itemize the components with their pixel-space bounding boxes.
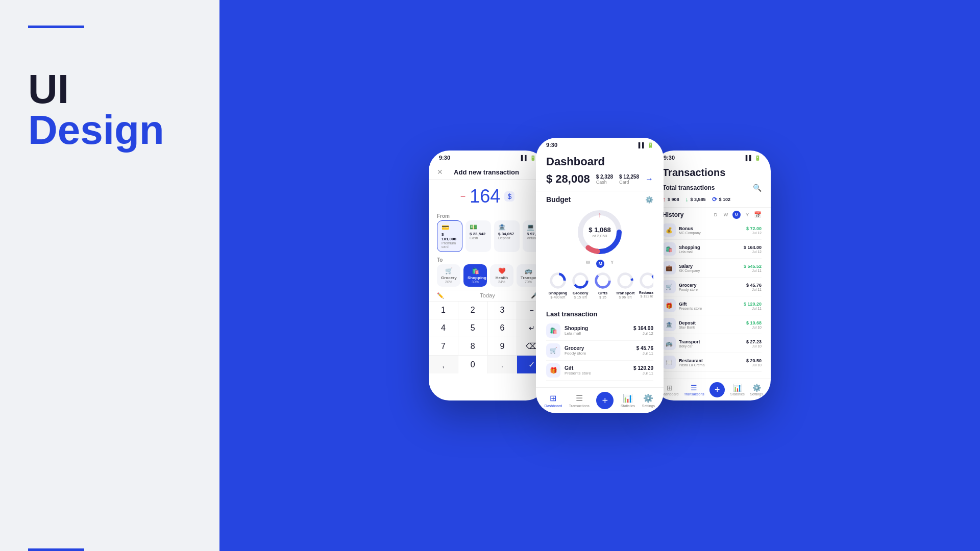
design-label: Design (28, 110, 191, 151)
last-tx-label: Last transaction (546, 310, 653, 318)
key-0[interactable]: 0 (458, 356, 487, 373)
p3-transactions-label: Transactions (684, 392, 704, 396)
p3-nav-statistics[interactable]: 📊 Statistics (730, 384, 745, 396)
minus-button[interactable]: − (460, 191, 466, 202)
total-tx-header: Total transactions 🔍 (653, 182, 771, 194)
period-y[interactable]: Y (610, 260, 614, 268)
history-label: History (663, 211, 683, 218)
shopping-date: Jul 12 (744, 250, 762, 254)
currency-button[interactable]: $ (504, 191, 514, 202)
tx-gift-sub: Presents store (565, 371, 591, 375)
budget-header: Budget ⚙️ (546, 195, 653, 204)
p3-dashboard-label: Dashboard (661, 392, 678, 396)
phone2-dashboard: 9:30 ▌▌ 🔋 Dashboard $ 28,008 $ 2,328 Cas… (536, 138, 664, 413)
search-icon[interactable]: 🔍 (753, 184, 762, 192)
key-7[interactable]: 7 (429, 337, 458, 355)
phone3-status-icons: ▌▌ 🔋 (746, 155, 761, 161)
transactions-title: Transactions (653, 163, 771, 182)
nav-add-button[interactable]: + (596, 392, 614, 409)
tx-shopping-date: Jul 12 (633, 331, 653, 336)
bonus-date: Jul 12 (746, 231, 762, 235)
key-8[interactable]: 8 (458, 337, 487, 355)
phone1-add-transaction: 9:30 ▌▌ 🔋 ✕ Add new transaction − 164 $ … (429, 151, 546, 400)
phone3-time: 9:30 (664, 155, 675, 161)
key-2[interactable]: 2 (458, 302, 487, 319)
history-m-active[interactable]: M (732, 211, 741, 219)
mini-donut-shopping: Shopping $ 480 left (548, 271, 568, 299)
account-cash[interactable]: 💵 $ 23,542 Cash (465, 220, 491, 252)
nav-statistics[interactable]: 📊 Statistics (621, 393, 635, 408)
p3-nav-dashboard[interactable]: ⊞ Dashboard (661, 384, 678, 396)
total-tx-label: Total transactions (663, 184, 715, 191)
phone3-status-bar: 9:30 ▌▌ 🔋 (653, 151, 771, 163)
nav-settings-label: Settings (642, 404, 655, 408)
tx-row-deposit: 🏦 Deposit Slav Bank $ 10.68 Jul 10 (663, 315, 762, 334)
key-5[interactable]: 5 (458, 319, 487, 337)
tx-grocery-sub: Foody store (565, 351, 586, 356)
restaurant-amount: $ 20.50 (746, 358, 762, 363)
phone1-header: ✕ Add new transaction (429, 163, 546, 180)
amount-value: 164 (470, 186, 500, 207)
phone1-status-icons: ▌▌ 🔋 (521, 155, 536, 161)
nav-transactions[interactable]: ☰ Transactions (569, 393, 590, 408)
phone2-time: 9:30 (546, 142, 557, 148)
statistics-icon: 📊 (623, 393, 633, 403)
donut-center: $ 1,068 of 2,050 (589, 226, 610, 238)
tx-shopping-sub: Lela mall (565, 331, 588, 336)
to-health[interactable]: ❤️ Health 24% (490, 264, 513, 287)
cash-amount: $ 2,328 (596, 174, 613, 180)
nav-dashboard[interactable]: ⊞ Dashboard (545, 393, 562, 408)
close-icon[interactable]: ✕ (437, 168, 443, 176)
key-4[interactable]: 4 (429, 319, 458, 337)
numpad: 1 2 3 − 4 5 6 ↵ 7 8 9 ⌫ , 0 . ✓ (429, 302, 546, 373)
key-1[interactable]: 1 (429, 302, 458, 319)
donut-arrow-icon: ↑ (598, 211, 602, 219)
donut-amount: $ 1,068 (589, 226, 610, 234)
key-6[interactable]: 6 (488, 319, 517, 337)
period-w[interactable]: W (586, 260, 591, 268)
phone2-bottom-nav: ⊞ Dashboard ☰ Transactions + 📊 Statistic… (536, 387, 664, 413)
history-d[interactable]: D (712, 211, 719, 218)
tx-grocery-date: Jul 11 (636, 351, 653, 356)
calendar-icon[interactable]: 📅 (754, 211, 762, 218)
edit-icon[interactable]: ✏️ (437, 292, 444, 299)
nav-settings[interactable]: ⚙️ Settings (642, 393, 655, 408)
balance-arrow[interactable]: → (645, 174, 653, 184)
bonus-icon: 💰 (663, 223, 676, 237)
period-m-active[interactable]: M (596, 260, 604, 268)
key-dot[interactable]: . (488, 356, 517, 373)
shopping-amount: $ 164.00 (744, 245, 762, 250)
svg-point-11 (641, 274, 653, 288)
account-deposit[interactable]: 🏦 $ 34,057 Deposit (494, 220, 520, 252)
history-y[interactable]: Y (744, 211, 751, 218)
p3-nav-transactions[interactable]: ☰ Transactions (684, 384, 704, 396)
p3-settings-label: Settings (750, 392, 763, 396)
key-9[interactable]: 9 (488, 337, 517, 355)
salary-icon: 💼 (663, 261, 676, 274)
grocery-icon: 🛒 (663, 280, 676, 293)
tx-row-salary: 💼 Salary KK Company $ 545.52 Jul 11 (663, 259, 762, 278)
p3-nav-settings[interactable]: ⚙️ Settings (750, 384, 763, 396)
key-3[interactable]: 3 (488, 302, 517, 319)
tx-shopping-icon: 🛍️ (546, 323, 560, 338)
accent-line (28, 26, 84, 28)
key-comma[interactable]: , (429, 356, 458, 373)
expense-summary: ↑ $ 908 (663, 196, 679, 203)
tx-gift-icon: 🎁 (546, 363, 560, 378)
tx-gift-amount: $ 120.20 (633, 365, 653, 371)
p3-nav-add-button[interactable]: + (709, 382, 725, 397)
tx-summary: ↑ $ 908 ↓ $ 3,585 ⟳ $ 102 (653, 194, 771, 208)
history-w[interactable]: W (722, 211, 729, 218)
settings-icon[interactable]: ⚙️ (645, 196, 653, 204)
phones-wrapper: 9:30 ▌▌ 🔋 ✕ Add new transaction − 164 $ … (429, 138, 771, 413)
mini-donut-transport: Transport $ 96 left (616, 271, 635, 299)
phone2-status-bar: 9:30 ▌▌ 🔋 (536, 138, 664, 150)
to-label: To (429, 255, 546, 264)
to-grocery[interactable]: 🛒 Grocery 20% (437, 264, 460, 287)
grocery-name: Grocery (679, 283, 698, 288)
tx-grocery-icon: 🛒 (546, 343, 560, 358)
to-shopping[interactable]: 🛍️ Shopping 30% (463, 264, 487, 287)
p3-dashboard-icon: ⊞ (667, 384, 673, 392)
salary-amount: $ 545.52 (744, 264, 762, 269)
account-premium-card[interactable]: 💳 $ 101,008 Premium card (437, 220, 462, 252)
